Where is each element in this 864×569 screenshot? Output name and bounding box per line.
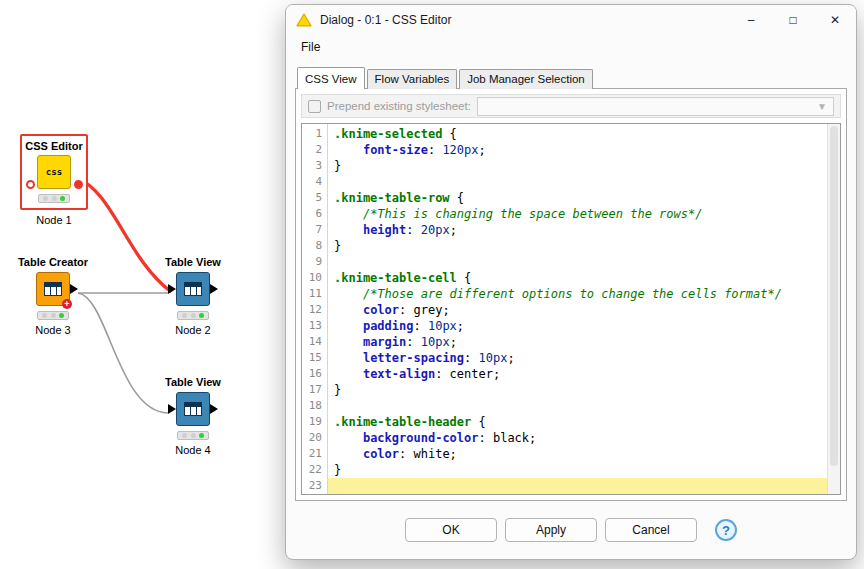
traffic-light bbox=[37, 311, 69, 320]
code-line: height: 20px; bbox=[328, 222, 827, 238]
code-line: .knime-table-header { bbox=[328, 414, 827, 430]
code-line: .knime-table-row { bbox=[328, 190, 827, 206]
node-title: Table View bbox=[156, 376, 230, 388]
node-table-creator[interactable]: Table Creator + Node 3 bbox=[12, 256, 94, 336]
prepend-stylesheet-row: Prepend existing stylesheet: ▼ bbox=[301, 94, 841, 118]
node-caption: Node 1 bbox=[20, 214, 88, 226]
node-selection-frame: CSS Editor css bbox=[20, 134, 88, 210]
dialog-title: Dialog - 0:1 - CSS Editor bbox=[320, 13, 451, 27]
code-line: } bbox=[328, 158, 827, 174]
tab-strip: CSS View Flow Variables Job Manager Sele… bbox=[286, 59, 856, 89]
ok-button[interactable]: OK bbox=[405, 518, 497, 542]
table-view-icon[interactable] bbox=[176, 392, 210, 426]
code-line: } bbox=[328, 462, 827, 478]
knime-workbench: CSS Editor css Node 1 Table Creator + No… bbox=[0, 0, 864, 569]
code-line bbox=[328, 254, 827, 270]
input-port[interactable] bbox=[168, 404, 176, 414]
table-glyph-icon bbox=[44, 282, 62, 296]
code-line: .knime-table-cell { bbox=[328, 270, 827, 286]
output-port[interactable] bbox=[70, 284, 78, 294]
maximize-icon[interactable]: □ bbox=[772, 5, 814, 35]
code-line bbox=[328, 398, 827, 414]
menu-file[interactable]: File bbox=[292, 37, 329, 57]
code-line: color: grey; bbox=[328, 302, 827, 318]
tab-flow-variables[interactable]: Flow Variables bbox=[367, 69, 458, 89]
css-view-panel: Prepend existing stylesheet: ▼ 123456789… bbox=[295, 88, 847, 501]
code-line: padding: 10px; bbox=[328, 318, 827, 334]
node-table-view-2[interactable]: Table View Node 2 bbox=[156, 256, 230, 336]
output-port[interactable] bbox=[210, 404, 218, 414]
table-view-icon[interactable] bbox=[176, 272, 210, 306]
prepend-stylesheet-label: Prepend existing stylesheet: bbox=[327, 100, 471, 112]
code-line bbox=[328, 478, 827, 494]
stylesheet-dropdown[interactable]: ▼ bbox=[477, 97, 834, 116]
code-line: color: white; bbox=[328, 446, 827, 462]
tab-css-view[interactable]: CSS View bbox=[297, 67, 365, 89]
css-editor-dialog: Dialog - 0:1 - CSS Editor – □ ✕ File CSS… bbox=[285, 4, 857, 560]
traffic-light bbox=[177, 431, 209, 440]
flow-variable-output-port[interactable] bbox=[74, 180, 83, 189]
code-line: letter-spacing: 10px; bbox=[328, 350, 827, 366]
code-line: .knime-selected { bbox=[328, 126, 827, 142]
css-editor-icon[interactable]: css bbox=[37, 155, 71, 189]
code-line: /*Those are different options to change … bbox=[328, 286, 827, 302]
plus-badge-icon: + bbox=[62, 299, 72, 309]
scrollbar-thumb[interactable] bbox=[830, 126, 838, 466]
code-line: margin: 10px; bbox=[328, 334, 827, 350]
output-port[interactable] bbox=[210, 284, 218, 294]
code-line bbox=[328, 174, 827, 190]
table-glyph-icon bbox=[184, 402, 202, 416]
chevron-down-icon: ▼ bbox=[817, 101, 827, 112]
menu-bar: File bbox=[286, 35, 856, 59]
table-creator-icon[interactable]: + bbox=[36, 272, 70, 306]
code-line: background-color: black; bbox=[328, 430, 827, 446]
dialog-button-row: OK Apply Cancel ? bbox=[286, 501, 856, 559]
node-caption: Node 2 bbox=[156, 324, 230, 336]
table-glyph-icon bbox=[184, 282, 202, 296]
flow-variable-input-port[interactable] bbox=[26, 180, 35, 189]
dialog-titlebar[interactable]: Dialog - 0:1 - CSS Editor – □ ✕ bbox=[286, 5, 856, 35]
node-table-view-4[interactable]: Table View Node 4 bbox=[156, 376, 230, 456]
vertical-scrollbar[interactable] bbox=[827, 124, 840, 494]
editor-code: .knime-selected { font-size: 120px;}.kni… bbox=[328, 124, 827, 494]
node-caption: Node 3 bbox=[12, 324, 94, 336]
node-caption: Node 4 bbox=[156, 444, 230, 456]
tab-job-manager-selection[interactable]: Job Manager Selection bbox=[459, 69, 593, 89]
node-title: Table View bbox=[156, 256, 230, 268]
code-line: /*This is changing the space between the… bbox=[328, 206, 827, 222]
traffic-light bbox=[38, 194, 70, 203]
code-line: } bbox=[328, 238, 827, 254]
cancel-button[interactable]: Cancel bbox=[605, 518, 697, 542]
code-line: text-align: center; bbox=[328, 366, 827, 382]
css-icon-label: css bbox=[46, 167, 62, 177]
node-title: Table Creator bbox=[12, 256, 94, 268]
editor-gutter: 1234567891011121314151617181920212223 bbox=[302, 124, 328, 494]
input-port[interactable] bbox=[168, 284, 176, 294]
close-icon[interactable]: ✕ bbox=[814, 5, 856, 35]
node-css-editor[interactable]: CSS Editor css Node 1 bbox=[20, 134, 88, 226]
help-button[interactable]: ? bbox=[715, 519, 737, 541]
knime-logo-icon bbox=[296, 13, 312, 27]
css-code-editor[interactable]: 1234567891011121314151617181920212223 .k… bbox=[301, 123, 841, 495]
minimize-icon[interactable]: – bbox=[730, 5, 772, 35]
code-line: font-size: 120px; bbox=[328, 142, 827, 158]
node-title: CSS Editor bbox=[22, 140, 86, 152]
code-line: } bbox=[328, 382, 827, 398]
traffic-light bbox=[177, 311, 209, 320]
apply-button[interactable]: Apply bbox=[505, 518, 597, 542]
prepend-stylesheet-checkbox[interactable] bbox=[308, 100, 321, 113]
